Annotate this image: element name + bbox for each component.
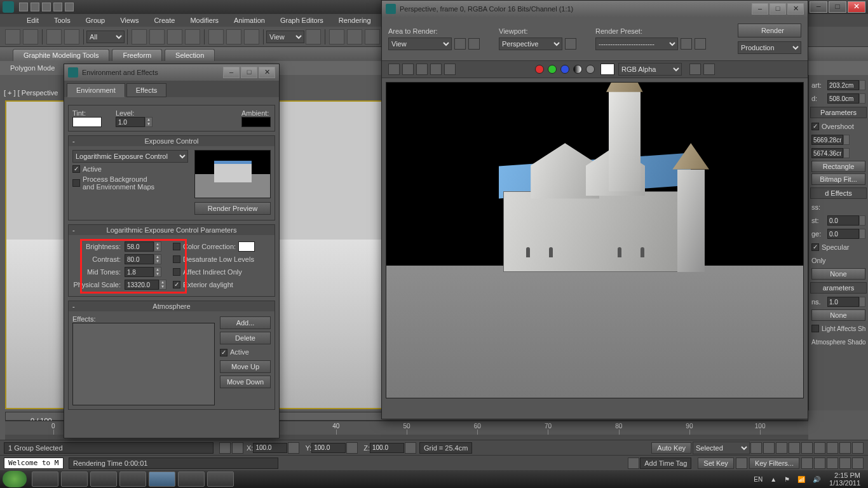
autokey-button[interactable]: Auto Key (651, 442, 691, 454)
alpha-channel-icon[interactable] (573, 65, 582, 74)
print-icon[interactable] (430, 64, 442, 75)
log-exposure-header[interactable]: Logarithmic Exposure Control Parameters (107, 226, 237, 234)
level-field[interactable] (116, 117, 145, 127)
menu-rendering[interactable]: Rendering (339, 17, 371, 24)
params2-rollup[interactable]: arameters (810, 282, 867, 294)
viewport-label[interactable]: [ + ] [ Perspective (4, 89, 58, 97)
clone-vfb-icon[interactable] (416, 64, 428, 75)
area-dropdown[interactable]: View (388, 37, 452, 50)
pivot-icon[interactable] (306, 29, 321, 44)
undo-icon[interactable] (5, 29, 20, 44)
time-tag[interactable]: Add Time Tag (640, 458, 691, 469)
keyfilters-button[interactable]: Key Filters... (749, 458, 799, 469)
nav-orbit-icon[interactable] (827, 458, 838, 469)
taskbar-vlc-icon[interactable] (119, 471, 146, 487)
spinner-icon[interactable] (859, 93, 865, 104)
preset-dropdown[interactable]: ------------------------ (595, 37, 678, 50)
select-icon[interactable] (132, 29, 147, 44)
none-button-2[interactable]: None (811, 309, 865, 321)
select-name-icon[interactable] (149, 29, 165, 44)
ns-field[interactable] (827, 297, 859, 307)
tint-swatch[interactable] (72, 117, 102, 127)
clear-icon[interactable] (444, 64, 456, 75)
menu-tools[interactable]: Tools (54, 17, 71, 24)
menu-create[interactable]: Create (154, 17, 175, 24)
add-effect-button[interactable]: Add... (220, 316, 271, 329)
specular-chk[interactable] (811, 243, 819, 251)
green-channel-icon[interactable] (548, 65, 557, 74)
moveup-button[interactable]: Move Up (220, 360, 271, 373)
rectangle-button[interactable]: Rectangle (811, 161, 865, 172)
movedown-button[interactable]: Move Down (220, 376, 271, 388)
blue-channel-icon[interactable] (560, 65, 569, 74)
spinner-icon[interactable] (859, 297, 865, 307)
val1-field[interactable] (811, 135, 843, 145)
polygon-mode-label[interactable]: Polygon Mode (4, 62, 61, 74)
select-region-icon[interactable] (167, 29, 182, 44)
render-preview-button[interactable]: Render Preview (194, 202, 271, 215)
nav-region-icon[interactable] (852, 442, 864, 454)
bg-color-swatch[interactable] (600, 64, 614, 75)
rotate-icon[interactable] (226, 29, 241, 44)
render-titlebar[interactable]: Perspective, frame 0, RGBA Color 16 Bits… (382, 1, 808, 17)
render-maximize-button[interactable]: □ (770, 3, 786, 15)
spinner-icon[interactable] (859, 80, 865, 90)
env-dialog-icon[interactable] (695, 38, 706, 50)
render-minimize-button[interactable]: – (752, 3, 768, 15)
env-titlebar[interactable]: Environment and Effects – □ ✕ (64, 64, 279, 81)
taskbar-chrome-icon[interactable] (32, 471, 58, 487)
nav-walk-icon[interactable] (839, 458, 851, 469)
next-frame-icon[interactable] (789, 442, 800, 454)
nav-pan-icon[interactable] (814, 458, 825, 469)
qat-open-icon[interactable] (31, 3, 39, 11)
qat-redo-icon[interactable] (65, 3, 74, 11)
menu-graph-editors[interactable]: Graph Editors (280, 17, 323, 24)
maximize-button[interactable]: □ (829, 1, 846, 13)
env-close-button[interactable]: ✕ (259, 67, 275, 78)
key-mode-icon[interactable] (736, 458, 747, 469)
y-field[interactable] (311, 443, 346, 453)
menu-modifiers[interactable]: Modifiers (190, 17, 219, 24)
tray-lang[interactable]: EN (754, 476, 763, 483)
percent-snap-icon[interactable] (365, 29, 380, 44)
goto-end-icon[interactable] (801, 442, 813, 454)
minimize-button[interactable]: – (810, 1, 827, 13)
tray-flag-icon[interactable]: ⚑ (784, 476, 790, 483)
scale-icon[interactable] (244, 29, 259, 44)
region-auto-icon[interactable] (468, 38, 480, 50)
split-toggle-icon[interactable] (703, 64, 715, 75)
close-button[interactable]: ✕ (848, 1, 865, 13)
ref-coord-dropdown[interactable]: View (266, 30, 304, 43)
spinner-icon[interactable] (859, 215, 865, 226)
x-field[interactable] (253, 443, 287, 453)
process-bg-chk[interactable] (72, 179, 80, 187)
tab-graphite[interactable]: Graphite Modeling Tools (13, 49, 109, 61)
abs-rel-icon[interactable] (232, 442, 243, 454)
rendered-image[interactable] (386, 82, 804, 398)
light-shadow-chk[interactable] (811, 325, 819, 332)
none-button[interactable]: None (811, 268, 865, 280)
production-dropdown[interactable]: Production (738, 41, 801, 54)
region-edit-icon[interactable] (454, 38, 466, 50)
time-config-icon[interactable] (801, 458, 813, 469)
window-crossing-icon[interactable] (185, 29, 200, 44)
render-button[interactable]: Render (738, 24, 801, 37)
effects-listbox[interactable] (72, 323, 215, 405)
red-channel-icon[interactable] (535, 65, 544, 74)
z-field[interactable] (370, 443, 404, 453)
overlay-toggle-icon[interactable] (689, 64, 701, 75)
nav-fov-icon[interactable] (839, 442, 851, 454)
taskbar-explorer-icon[interactable] (61, 471, 88, 487)
menu-animation[interactable]: Animation (234, 17, 265, 24)
lock-icon[interactable] (219, 442, 231, 454)
menu-group[interactable]: Group (86, 17, 105, 24)
exposure-active-chk[interactable] (72, 165, 80, 173)
viewport-dropdown[interactable]: Perspective (499, 37, 562, 50)
effects-rollup[interactable]: d Effects (810, 187, 867, 199)
tray-clock[interactable]: 2:15 PM 1/13/2011 (829, 471, 860, 487)
spinner-icon[interactable] (843, 148, 850, 158)
ambient-swatch[interactable] (241, 117, 271, 127)
env-minimize-button[interactable]: – (223, 67, 240, 78)
copy-image-icon[interactable] (402, 64, 414, 75)
atmosphere-header[interactable]: Atmosphere (153, 302, 190, 310)
